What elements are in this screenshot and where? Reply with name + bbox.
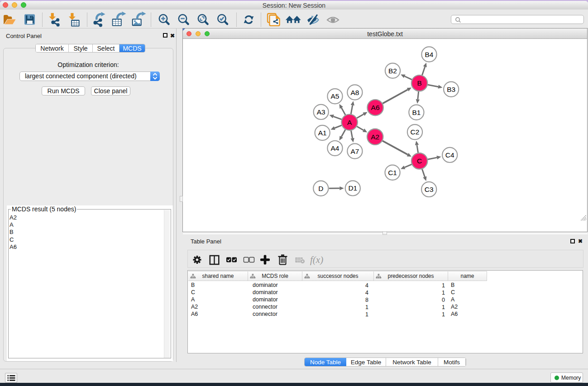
svg-text:A3: A3	[317, 108, 325, 116]
svg-text:D1: D1	[348, 184, 357, 192]
svg-text:C3: C3	[425, 186, 434, 193]
svg-text:A: A	[347, 119, 352, 126]
svg-text:B4: B4	[425, 51, 434, 58]
svg-text:A4: A4	[331, 144, 339, 152]
svg-text:C4: C4	[445, 151, 454, 159]
svg-text:B2: B2	[388, 67, 397, 75]
svg-text:A5: A5	[331, 92, 339, 100]
svg-text:A7: A7	[350, 148, 359, 155]
svg-text:B: B	[417, 79, 421, 87]
svg-text:B3: B3	[447, 86, 455, 93]
svg-text:D: D	[318, 185, 323, 192]
svg-text:C: C	[417, 157, 422, 165]
svg-text:A8: A8	[350, 89, 359, 96]
svg-text:f(x): f(x)	[310, 254, 323, 265]
svg-text:C1: C1	[388, 169, 397, 176]
svg-text:A6: A6	[371, 104, 380, 111]
svg-text:A1: A1	[318, 129, 327, 137]
svg-text:B1: B1	[412, 109, 421, 116]
svg-text:A2: A2	[371, 133, 379, 141]
svg-text:C2: C2	[411, 128, 420, 136]
